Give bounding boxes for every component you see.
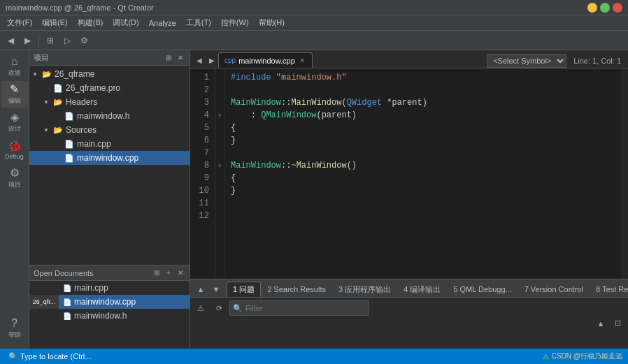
menu-bar: 文件(F)编辑(E)构建(B)调试(D)Analyze工具(T)控件(W)帮助(… — [0, 15, 628, 31]
status-search[interactable]: 🔍 Type to locate (Ctrl... — [6, 349, 94, 364]
fold-marker[interactable] — [215, 122, 224, 134]
tree-arrow-icon: ▼ — [32, 71, 39, 78]
tab-mainwindow-cpp[interactable]: cpp mainwindow.cpp ✕ — [218, 52, 313, 68]
tree-item[interactable]: ▼📂Sources — [29, 123, 190, 137]
menu-item-3[interactable]: 调试(D) — [108, 16, 143, 29]
toolbar-btn-2[interactable]: ▷ — [59, 33, 75, 48]
tree-item-label: Sources — [66, 125, 97, 135]
fold-marker[interactable] — [215, 147, 224, 159]
bottom-filter-icon[interactable]: ⚠ — [193, 300, 208, 316]
tab-nav-left[interactable]: ◀ — [193, 52, 206, 68]
sidebar-item-help[interactable]: ? 帮助 — [1, 315, 28, 342]
bottom-close-button[interactable]: ▲ — [593, 316, 608, 331]
tree-item[interactable]: ▼📂Headers — [29, 95, 190, 109]
menu-item-6[interactable]: 控件(W) — [217, 16, 253, 29]
back-button[interactable]: ◀ — [3, 33, 18, 48]
bottom-tab-2[interactable]: 3 应用程序输出 — [332, 282, 397, 297]
open-docs-pin-button[interactable]: ⊞ — [152, 268, 162, 278]
tab-close-button[interactable]: ✕ — [298, 57, 306, 64]
open-doc-item[interactable]: 📄 main.cpp — [59, 281, 190, 295]
menu-item-0[interactable]: 文件(F) — [3, 16, 36, 29]
minimize-button[interactable] — [587, 3, 597, 13]
menu-item-4[interactable]: Analyze — [145, 17, 180, 29]
filter-box[interactable]: 🔍 — [229, 300, 369, 316]
tab-nav-right[interactable]: ▶ — [206, 52, 218, 68]
status-warning: ⚠ — [543, 353, 549, 361]
tree-file-icon: 📄 — [64, 140, 74, 149]
tree-item[interactable]: 📄mainwindow.cpp — [29, 151, 190, 165]
bottom-right-buttons: ▲ ⊡ — [593, 300, 625, 346]
tree-item-label: 26_qframe — [55, 69, 94, 79]
bottom-tab-0[interactable]: 1 问题 — [227, 282, 261, 297]
menu-item-1[interactable]: 编辑(E) — [38, 16, 72, 29]
fold-marker[interactable] — [215, 210, 224, 222]
open-doc-item[interactable]: 📄 mainwindow.h — [59, 309, 190, 323]
bottom-panel-down-button[interactable]: ▼ — [208, 282, 224, 297]
open-docs-close-button[interactable]: ✕ — [176, 268, 185, 278]
bottom-tab-5[interactable]: 7 Version Control — [518, 282, 590, 297]
fold-marker[interactable] — [215, 172, 224, 184]
fold-marker[interactable] — [215, 134, 224, 147]
bottom-panel-up-button[interactable]: ▲ — [193, 282, 208, 297]
tab-bar: ◀ ▶ cpp mainwindow.cpp ✕ <Select Symbol>… — [190, 50, 628, 68]
fold-marker[interactable]: ▾ — [215, 109, 224, 122]
code-line — [231, 147, 615, 159]
bottom-sync-button[interactable]: ⟳ — [211, 300, 227, 316]
file-tree-panel: 项目 ⊞ ✕ ▼📂26_qframe📄26_qframe.pro▼📂Header… — [29, 50, 190, 349]
tree-item[interactable]: 📄26_qframe.pro — [29, 81, 190, 95]
fold-marker[interactable] — [215, 71, 224, 84]
sidebar-item-debug[interactable]: 🐞 Debug — [1, 137, 28, 163]
fold-gutter: ▾▾ — [215, 68, 225, 279]
open-docs-header: Open Documents ⊞ + ✕ — [29, 265, 190, 281]
sidebar-item-edit[interactable]: ✎ 编辑 — [1, 81, 28, 108]
menu-item-5[interactable]: 工具(T) — [182, 16, 215, 29]
open-docs-add-button[interactable]: + — [164, 268, 173, 278]
code-line: { — [231, 172, 615, 184]
bottom-tab-3[interactable]: 4 编译输出 — [397, 282, 447, 297]
tree-arrow-icon: ▼ — [43, 99, 50, 105]
tree-item[interactable]: 📄mainwindow.h — [29, 109, 190, 123]
open-docs-panel: Open Documents ⊞ + ✕ 📄 main.cpp26_qfr...… — [29, 265, 190, 349]
line-number: 12 — [190, 210, 212, 222]
edit-icon: ✎ — [10, 84, 19, 95]
maximize-button[interactable] — [600, 3, 610, 13]
doc-file-icon: 📄 — [63, 312, 71, 320]
fold-marker[interactable] — [215, 184, 224, 197]
fold-marker[interactable] — [215, 84, 224, 96]
close-button[interactable] — [613, 3, 622, 13]
bottom-tab-4[interactable]: 5 QML Debugg... — [447, 282, 518, 297]
welcome-icon: ⌂ — [11, 56, 18, 67]
fold-marker[interactable]: ▾ — [215, 159, 224, 172]
toolbar-btn-1[interactable]: ⊞ — [43, 33, 58, 48]
sidebar-item-design[interactable]: ◈ 设计 — [1, 109, 28, 136]
line-col-info: Line: 1, Col: 1 — [569, 57, 625, 65]
forward-button[interactable]: ▶ — [20, 33, 35, 48]
doc-filename: mainwindow.h — [74, 311, 127, 321]
code-editor[interactable]: 123456789101112 ▾▾ #include "mainwindow.… — [190, 68, 628, 279]
filter-input[interactable] — [245, 304, 366, 312]
editor-scrollbar[interactable] — [621, 68, 628, 279]
status-right: ⚠ CSDN @行稳乃能走远 — [543, 351, 622, 361]
bottom-panel: ▲ ▼ 1 问题2 Search Results3 应用程序输出4 编译输出5 … — [190, 279, 628, 349]
panel-pin-button[interactable]: ⊞ — [164, 53, 173, 63]
panel-close-button[interactable]: ✕ — [176, 53, 185, 63]
code-content[interactable]: #include "mainwindow.h"MainWindow::MainW… — [225, 68, 621, 279]
open-docs-title: Open Documents — [34, 269, 94, 277]
bottom-detach-button[interactable]: ⊡ — [610, 316, 625, 331]
tree-item[interactable]: 📄main.cpp — [29, 137, 190, 151]
panel-header-buttons: ⊞ ✕ — [164, 53, 185, 63]
project-icon: ⚙ — [10, 168, 20, 179]
sidebar-item-welcome[interactable]: ⌂ 欢迎 — [1, 53, 28, 80]
bottom-tabs: ▲ ▼ 1 问题2 Search Results3 应用程序输出4 编译输出5 … — [190, 279, 628, 298]
bottom-tab-6[interactable]: 8 Test Results — [590, 282, 628, 297]
fold-marker[interactable] — [215, 96, 224, 109]
menu-item-7[interactable]: 帮助(H) — [255, 16, 289, 29]
fold-marker[interactable] — [215, 197, 224, 210]
symbol-select[interactable]: <Select Symbol> — [487, 54, 566, 68]
toolbar-btn-3[interactable]: ⚙ — [76, 33, 92, 48]
tree-item[interactable]: ▼📂26_qframe — [29, 67, 190, 81]
sidebar-item-project[interactable]: ⚙ 项目 — [1, 165, 28, 191]
open-doc-item[interactable]: 📄 mainwindow.cpp — [59, 295, 190, 309]
menu-item-2[interactable]: 构建(B) — [73, 16, 108, 29]
bottom-tab-1[interactable]: 2 Search Results — [261, 282, 332, 297]
